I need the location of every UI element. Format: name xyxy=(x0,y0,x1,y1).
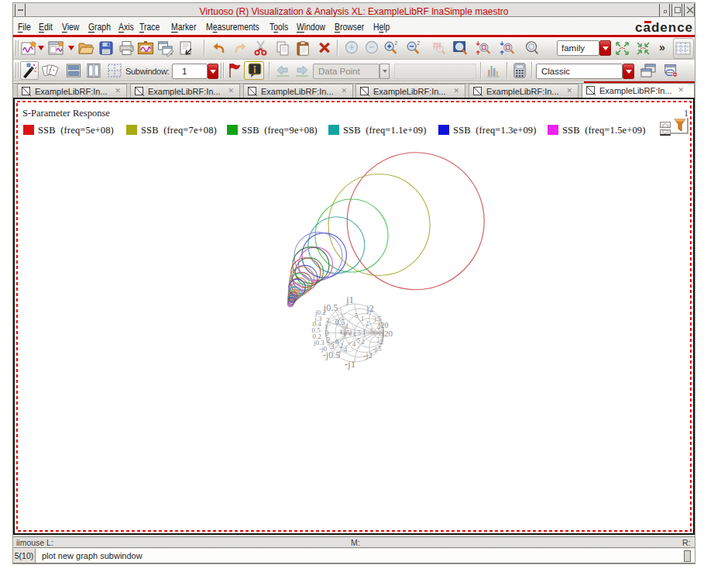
svg-text:4: 4 xyxy=(344,346,348,353)
svg-text:j2: j2 xyxy=(366,303,373,314)
svg-text:2: 2 xyxy=(366,320,369,327)
svg-text:-.2: -.2 xyxy=(377,339,384,346)
svg-text:5: 5 xyxy=(355,312,358,319)
svg-text:5: 5 xyxy=(370,328,373,335)
svg-text:j20: j20 xyxy=(381,329,393,338)
svg-text:2: 2 xyxy=(417,40,421,46)
svg-text:2: 2 xyxy=(362,339,365,346)
svg-text:1: 1 xyxy=(361,315,364,322)
svg-text:j1: j1 xyxy=(345,294,354,305)
svg-text:5: 5 xyxy=(358,329,361,336)
svg-text:3: 3 xyxy=(331,342,335,350)
svg-text:2: 2 xyxy=(340,343,343,350)
svg-text:5: 5 xyxy=(357,337,360,344)
svg-text:c: c xyxy=(353,329,356,337)
svg-text:-j1: -j1 xyxy=(345,358,355,370)
svg-text:-j0: -j0 xyxy=(319,345,327,353)
svg-text:-j2: -j2 xyxy=(363,350,373,360)
svg-text:0.5: 0.5 xyxy=(335,318,345,326)
svg-text:4: 4 xyxy=(352,340,356,348)
svg-text:-j.5: -j.5 xyxy=(373,346,382,353)
svg-text:1: 1 xyxy=(349,329,353,336)
svg-text:0: 0 xyxy=(335,338,339,346)
svg-text:2: 2 xyxy=(395,40,398,46)
svg-text:1: 1 xyxy=(362,329,366,336)
svg-text:-: - xyxy=(349,339,351,346)
